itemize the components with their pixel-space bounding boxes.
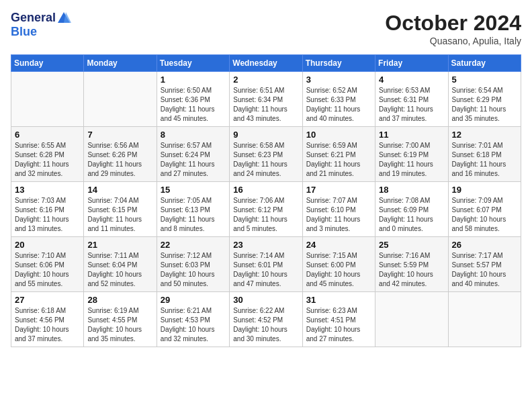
calendar-cell: [11, 72, 84, 127]
day-number: 30: [233, 295, 298, 305]
day-info: Sunrise: 7:15 AMSunset: 6:00 PMDaylight:…: [306, 251, 371, 289]
header-monday: Monday: [84, 55, 157, 72]
header-friday: Friday: [375, 55, 448, 72]
logo-icon: [56, 11, 71, 26]
header-tuesday: Tuesday: [157, 55, 229, 72]
calendar-week-4: 27Sunrise: 6:18 AMSunset: 4:56 PMDayligh…: [11, 292, 521, 347]
calendar-cell: 29Sunrise: 6:21 AMSunset: 4:53 PMDayligh…: [157, 292, 229, 347]
calendar-week-3: 20Sunrise: 7:10 AMSunset: 6:06 PMDayligh…: [11, 237, 521, 292]
header-thursday: Thursday: [302, 55, 375, 72]
logo-text: General: [11, 11, 71, 26]
day-number: 1: [161, 75, 226, 85]
day-info: Sunrise: 6:55 AMSunset: 6:28 PMDaylight:…: [15, 141, 80, 179]
calendar-cell: 24Sunrise: 7:15 AMSunset: 6:00 PMDayligh…: [302, 237, 375, 292]
day-info: Sunrise: 6:22 AMSunset: 4:52 PMDaylight:…: [233, 306, 298, 344]
calendar-header-row: SundayMondayTuesdayWednesdayThursdayFrid…: [11, 55, 521, 72]
calendar-cell: 11Sunrise: 7:00 AMSunset: 6:19 PMDayligh…: [375, 127, 448, 182]
header-saturday: Saturday: [448, 55, 521, 72]
calendar-cell: 1Sunrise: 6:50 AMSunset: 6:36 PMDaylight…: [157, 72, 229, 127]
day-info: Sunrise: 6:53 AMSunset: 6:31 PMDaylight:…: [379, 86, 444, 124]
day-info: Sunrise: 6:56 AMSunset: 6:26 PMDaylight:…: [87, 141, 152, 179]
calendar-cell: 21Sunrise: 7:11 AMSunset: 6:04 PMDayligh…: [84, 237, 157, 292]
calendar-cell: 26Sunrise: 7:17 AMSunset: 5:57 PMDayligh…: [448, 237, 521, 292]
day-info: Sunrise: 7:07 AMSunset: 6:10 PMDaylight:…: [306, 196, 371, 234]
calendar-week-0: 1Sunrise: 6:50 AMSunset: 6:36 PMDaylight…: [11, 72, 521, 127]
day-info: Sunrise: 7:12 AMSunset: 6:03 PMDaylight:…: [161, 251, 226, 289]
day-number: 14: [87, 185, 152, 195]
calendar-cell: 3Sunrise: 6:52 AMSunset: 6:33 PMDaylight…: [302, 72, 375, 127]
calendar-cell: 23Sunrise: 7:14 AMSunset: 6:01 PMDayligh…: [230, 237, 302, 292]
calendar-cell: 15Sunrise: 7:05 AMSunset: 6:13 PMDayligh…: [157, 182, 229, 237]
day-info: Sunrise: 6:50 AMSunset: 6:36 PMDaylight:…: [161, 86, 226, 124]
day-number: 25: [379, 240, 444, 250]
title-block: October 2024 Quasano, Apulia, Italy: [385, 11, 521, 46]
day-info: Sunrise: 7:04 AMSunset: 6:15 PMDaylight:…: [87, 196, 152, 234]
calendar-cell: 9Sunrise: 6:58 AMSunset: 6:23 PMDaylight…: [230, 127, 302, 182]
day-info: Sunrise: 6:23 AMSunset: 4:51 PMDaylight:…: [306, 306, 371, 344]
day-info: Sunrise: 6:59 AMSunset: 6:21 PMDaylight:…: [306, 141, 371, 179]
day-number: 9: [233, 130, 298, 140]
day-number: 2: [233, 75, 298, 85]
day-info: Sunrise: 7:01 AMSunset: 6:18 PMDaylight:…: [452, 141, 517, 179]
day-info: Sunrise: 7:16 AMSunset: 5:59 PMDaylight:…: [379, 251, 444, 289]
day-info: Sunrise: 7:05 AMSunset: 6:13 PMDaylight:…: [161, 196, 226, 234]
calendar-cell: [448, 292, 521, 347]
calendar-cell: 20Sunrise: 7:10 AMSunset: 6:06 PMDayligh…: [11, 237, 84, 292]
logo-line2: Blue: [11, 26, 71, 39]
day-number: 4: [379, 75, 444, 85]
day-info: Sunrise: 7:09 AMSunset: 6:07 PMDaylight:…: [452, 196, 517, 234]
day-number: 5: [452, 75, 517, 85]
day-number: 18: [379, 185, 444, 195]
calendar-cell: 31Sunrise: 6:23 AMSunset: 4:51 PMDayligh…: [302, 292, 375, 347]
calendar-cell: 18Sunrise: 7:08 AMSunset: 6:09 PMDayligh…: [375, 182, 448, 237]
calendar-cell: 14Sunrise: 7:04 AMSunset: 6:15 PMDayligh…: [84, 182, 157, 237]
day-info: Sunrise: 7:06 AMSunset: 6:12 PMDaylight:…: [233, 196, 298, 234]
header-sunday: Sunday: [11, 55, 84, 72]
month-title: October 2024: [385, 11, 521, 36]
calendar-cell: 8Sunrise: 6:57 AMSunset: 6:24 PMDaylight…: [157, 127, 229, 182]
calendar-cell: 10Sunrise: 6:59 AMSunset: 6:21 PMDayligh…: [302, 127, 375, 182]
day-number: 24: [306, 240, 371, 250]
day-number: 29: [161, 295, 226, 305]
page-header: General Blue October 2024 Quasano, Apuli…: [11, 11, 521, 46]
day-number: 8: [161, 130, 226, 140]
calendar-cell: 5Sunrise: 6:54 AMSunset: 6:29 PMDaylight…: [448, 72, 521, 127]
calendar-cell: 4Sunrise: 6:53 AMSunset: 6:31 PMDaylight…: [375, 72, 448, 127]
day-info: Sunrise: 6:54 AMSunset: 6:29 PMDaylight:…: [452, 86, 517, 124]
day-number: 12: [452, 130, 517, 140]
calendar-week-2: 13Sunrise: 7:03 AMSunset: 6:16 PMDayligh…: [11, 182, 521, 237]
day-info: Sunrise: 7:08 AMSunset: 6:09 PMDaylight:…: [379, 196, 444, 234]
day-number: 3: [306, 75, 371, 85]
calendar-cell: 22Sunrise: 7:12 AMSunset: 6:03 PMDayligh…: [157, 237, 229, 292]
calendar-cell: 27Sunrise: 6:18 AMSunset: 4:56 PMDayligh…: [11, 292, 84, 347]
calendar-cell: 6Sunrise: 6:55 AMSunset: 6:28 PMDaylight…: [11, 127, 84, 182]
calendar-cell: 17Sunrise: 7:07 AMSunset: 6:10 PMDayligh…: [302, 182, 375, 237]
calendar-cell: 25Sunrise: 7:16 AMSunset: 5:59 PMDayligh…: [375, 237, 448, 292]
day-number: 11: [379, 130, 444, 140]
day-number: 19: [452, 185, 517, 195]
day-info: Sunrise: 7:14 AMSunset: 6:01 PMDaylight:…: [233, 251, 298, 289]
day-number: 10: [306, 130, 371, 140]
calendar-cell: 2Sunrise: 6:51 AMSunset: 6:34 PMDaylight…: [230, 72, 302, 127]
header-wednesday: Wednesday: [230, 55, 302, 72]
calendar-week-1: 6Sunrise: 6:55 AMSunset: 6:28 PMDaylight…: [11, 127, 521, 182]
day-number: 13: [15, 185, 80, 195]
calendar-cell: 16Sunrise: 7:06 AMSunset: 6:12 PMDayligh…: [230, 182, 302, 237]
day-number: 16: [233, 185, 298, 195]
svg-marker-1: [64, 12, 71, 23]
day-number: 15: [161, 185, 226, 195]
location: Quasano, Apulia, Italy: [385, 36, 521, 46]
calendar-cell: 13Sunrise: 7:03 AMSunset: 6:16 PMDayligh…: [11, 182, 84, 237]
calendar-cell: [84, 72, 157, 127]
calendar-cell: [375, 292, 448, 347]
day-number: 22: [161, 240, 226, 250]
calendar-cell: 12Sunrise: 7:01 AMSunset: 6:18 PMDayligh…: [448, 127, 521, 182]
day-number: 31: [306, 295, 371, 305]
day-info: Sunrise: 7:11 AMSunset: 6:04 PMDaylight:…: [87, 251, 152, 289]
day-info: Sunrise: 7:03 AMSunset: 6:16 PMDaylight:…: [15, 196, 80, 234]
day-number: 21: [87, 240, 152, 250]
day-info: Sunrise: 6:58 AMSunset: 6:23 PMDaylight:…: [233, 141, 298, 179]
day-info: Sunrise: 7:10 AMSunset: 6:06 PMDaylight:…: [15, 251, 80, 289]
calendar-cell: 19Sunrise: 7:09 AMSunset: 6:07 PMDayligh…: [448, 182, 521, 237]
day-info: Sunrise: 7:17 AMSunset: 5:57 PMDaylight:…: [452, 251, 517, 289]
